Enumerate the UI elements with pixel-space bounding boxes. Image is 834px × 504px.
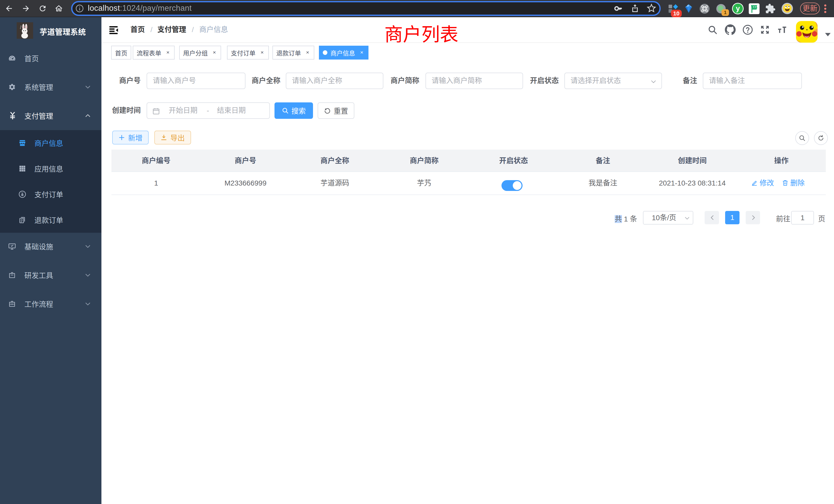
svg-text:y: y [736, 4, 740, 12]
